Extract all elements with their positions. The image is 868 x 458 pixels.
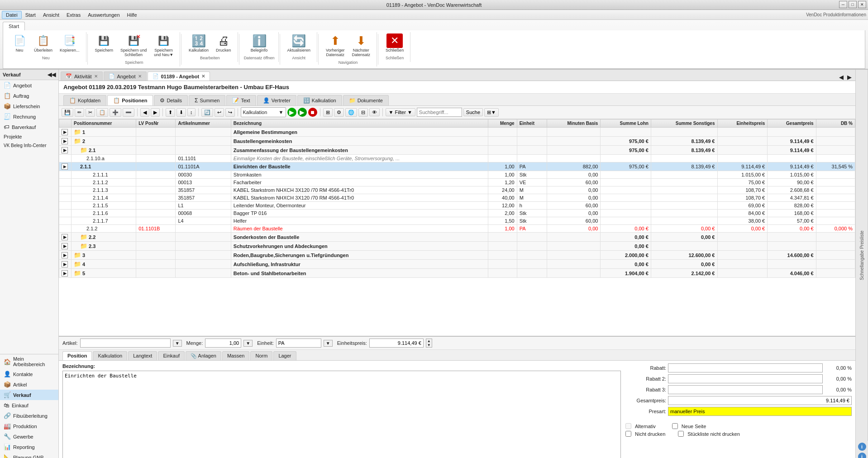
sidebar-item-artikel[interactable]: 📦 Artikel <box>0 379 58 390</box>
toolbar-btn-grid[interactable]: ⊞ <box>323 108 333 117</box>
table-row[interactable]: ▶📁2.1Zusammenfassung der Baustellengemei… <box>59 146 855 155</box>
ribbon-btn-speichern-neu[interactable]: 💾 Speichernund Neu▼ <box>151 32 176 58</box>
sidebar-collapse-button[interactable]: ◀◀ <box>48 72 56 78</box>
nav-tab-text[interactable]: 📝 Text <box>226 95 256 105</box>
ribbon-btn-drucken[interactable]: 🖨 Drucken <box>213 32 234 54</box>
table-row[interactable]: 2.1.10.a01.1101Einmalige Kosten der Baus… <box>59 155 855 162</box>
sidebar-item-vk-beleg[interactable]: VK Beleg Info-Center <box>0 141 58 150</box>
row-expand-cell[interactable]: ▶ <box>59 128 72 137</box>
ribbon-btn-kalkulation[interactable]: 🔢 Kalkulation <box>186 32 211 54</box>
toolbar-btn-sort[interactable]: ↕ <box>187 108 196 116</box>
toolbar-btn-arrow-right[interactable]: ▶ <box>151 108 160 117</box>
toolbar-btn-view[interactable]: 👁 <box>369 108 380 116</box>
menu-item-ansicht[interactable]: Ansicht <box>39 11 63 19</box>
ribbon-btn-speichern[interactable]: 💾 Speichern <box>92 32 116 54</box>
nav-tab-details[interactable]: ⚙ Details <box>154 95 188 105</box>
info-btn-1[interactable]: i <box>858 443 866 451</box>
gesamtpreis-input[interactable] <box>668 396 852 405</box>
toolbar-btn-undo[interactable]: ↩ <box>215 108 224 117</box>
tab-scroll-right[interactable]: ▶ <box>845 74 854 81</box>
table-row[interactable]: ▶📁2.3Schutzvorkehrungen und Abdeckungen0… <box>59 242 855 251</box>
stueckliste-checkbox[interactable] <box>678 431 684 437</box>
table-row[interactable]: 2.1.201.1101BRäumen der Baustelle1,00PA0… <box>59 225 855 233</box>
go-green-button[interactable]: ▶ <box>287 108 296 117</box>
row-expand-cell[interactable]: ▶ <box>59 260 72 269</box>
minimize-button[interactable]: ─ <box>839 1 847 8</box>
sidebar-item-reporting[interactable]: 📊 Reporting <box>0 442 58 452</box>
artikel-dropdown[interactable]: ▼ <box>173 340 182 347</box>
bottom-tab-einkauf[interactable]: Einkauf <box>158 351 185 360</box>
table-row[interactable]: 2.1.1.200013Facharbeiter1,20VE60,0075,00… <box>59 179 855 186</box>
row-expand-cell[interactable]: ▶ <box>59 233 72 242</box>
sidebar-item-einkauf[interactable]: 🛍 Einkauf <box>0 400 58 410</box>
row-expand-cell[interactable]: ▶ <box>59 137 72 146</box>
ribbon-btn-ueberleiten[interactable]: 📋 Überleiten <box>31 32 55 54</box>
toolbar-btn-5[interactable]: ➕ <box>110 108 121 117</box>
sidebar-item-projekte[interactable]: Projekte <box>0 132 58 141</box>
ribbon-btn-neu[interactable]: 📄 Neu <box>10 32 29 54</box>
row-expand-cell[interactable]: ▶ <box>59 242 72 251</box>
bottom-tab-lager[interactable]: Lager <box>273 351 296 360</box>
toolbar-btn-globe[interactable]: 🌐 <box>345 108 357 117</box>
bottom-tab-massen[interactable]: Massen <box>222 351 250 360</box>
bottom-tab-norm[interactable]: Norm <box>250 351 272 360</box>
table-row[interactable]: ▶2.1.101.1101AEinrichten der Baustelle1,… <box>59 162 855 171</box>
toolbar-btn-4[interactable]: 📋 <box>96 108 108 117</box>
ribbon-tab-start[interactable]: Start <box>3 22 25 30</box>
sidebar-item-fibu[interactable]: 🔗 Fibuüberleitung <box>0 410 58 421</box>
search-input[interactable] <box>417 108 462 117</box>
nav-tab-kalkulation[interactable]: 🔢 Kalkulation <box>297 95 342 105</box>
table-row[interactable]: ▶📁2Baustellengemeinkosten975,00 €8.139,4… <box>59 137 855 146</box>
bottom-tab-langtext[interactable]: Langtext <box>128 351 157 360</box>
sidebar-item-kontakte[interactable]: 👤 Kontakte <box>0 369 58 379</box>
tab-01189-close[interactable]: ✕ <box>201 74 205 79</box>
sidebar-item-barverkauf[interactable]: 🏷 Barverkauf <box>0 122 58 132</box>
menu-item-start[interactable]: Start <box>22 11 39 19</box>
toolbar-btn-6[interactable]: ➖ <box>123 108 134 117</box>
artikel-input[interactable] <box>80 339 171 348</box>
table-row[interactable]: 2.1.1.600068Bagger TP 0162,00Stk0,0084,0… <box>59 210 855 217</box>
close-window-button[interactable]: ✕ <box>858 1 866 8</box>
table-row[interactable]: ▶📁5Beton- und Stahlbetonarbeiten1.904,00… <box>59 269 855 278</box>
tab-angebot[interactable]: 📄 Angebot ✕ <box>104 72 147 81</box>
sidebar-item-angebot[interactable]: 📄 Angebot <box>0 80 58 91</box>
sidebar-item-verkauf[interactable]: 🛒 Verkauf <box>0 390 58 400</box>
table-row[interactable]: 2.1.1.3351857KABEL Starkstrom NHXCH 3X12… <box>59 186 855 194</box>
menu-item-auswertungen[interactable]: Auswertungen <box>84 11 123 19</box>
alternativ-checkbox[interactable] <box>625 423 631 429</box>
menge-spinner[interactable]: ▼ <box>243 340 253 347</box>
rabatt-input[interactable] <box>668 363 823 372</box>
table-row[interactable]: ▶📁2.2Sonderkosten der Baustelle0,00 €0,0… <box>59 233 855 242</box>
sidebar-item-produktion[interactable]: 🏭 Produktion <box>0 421 58 431</box>
tab-scroll-left[interactable]: ◀ <box>837 74 845 81</box>
sidebar-item-arbeitsbereich[interactable]: 🏠 Mein Arbeitsbereich <box>0 354 58 369</box>
tab-aktivitaet[interactable]: 📅 Aktivität ✕ <box>61 72 103 81</box>
table-row[interactable]: ▶📁4Aufschließung, Infrastruktur0,00 €0,0… <box>59 260 855 269</box>
nav-tab-summen[interactable]: Σ Summen <box>189 95 225 105</box>
nav-tab-dokumente[interactable]: 📁 Dokumente <box>343 95 389 105</box>
toolbar-btn-2[interactable]: ✏ <box>75 108 84 117</box>
row-expand-cell[interactable]: ▶ <box>59 251 72 260</box>
rabatt2-input[interactable] <box>668 374 823 383</box>
ribbon-btn-beleginfo[interactable]: ℹ️ Beleginfo <box>248 32 271 54</box>
einheitspreis-input[interactable] <box>369 339 424 348</box>
ribbon-btn-kopieren[interactable]: 📑 Kopieren... <box>57 32 82 54</box>
tab-01189-angebot[interactable]: 📄 01189 - Angebot ✕ <box>148 72 210 81</box>
table-row[interactable]: 2.1.1.4351857KABEL Starkstrom NHXCH 3X12… <box>59 194 855 202</box>
nav-tab-kopfdaten[interactable]: 📋 Kopfdaten <box>63 95 106 105</box>
rabatt3-input[interactable] <box>668 385 823 394</box>
menge-input[interactable] <box>205 339 241 348</box>
einheit-dropdown[interactable]: ▼ <box>324 340 333 347</box>
menu-item-extras[interactable]: Extras <box>63 11 84 19</box>
nicht-drucken-checkbox[interactable] <box>625 431 631 437</box>
sidebar-item-rechnung[interactable]: 🧾 Rechnung <box>0 111 58 122</box>
toolbar-btn-move-up[interactable]: ⬆ <box>166 108 175 117</box>
ribbon-btn-speichern-schliessen[interactable]: 💾 ✕ Speichern undSchließen <box>118 32 149 58</box>
toolbar-btn-refresh[interactable]: 🔄 <box>201 108 213 117</box>
table-row[interactable]: 2.1.1.100030Stromkasten1,00Stk0,001.015,… <box>59 171 855 179</box>
ribbon-btn-schliessen[interactable]: ✕ Schließen <box>383 32 406 54</box>
info-btn-2[interactable]: i <box>858 453 866 458</box>
row-expand-cell[interactable]: ▶ <box>59 269 72 278</box>
bottom-tab-position[interactable]: Position <box>62 351 92 360</box>
title-bar-controls[interactable]: ─ □ ✕ <box>839 1 866 8</box>
